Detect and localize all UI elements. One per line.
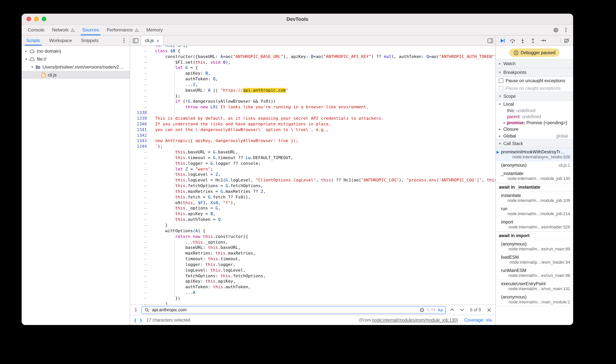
section-scope[interactable]: ▾ Scope [496,92,573,101]
code-text[interactable]: this.timeout = G.timeout ?? Lw.DEFAULT_T… [151,155,294,161]
stack-frame[interactable]: promiseInitHookWithDestroyTr…node:intern… [496,148,573,161]
tree-item-file-scheme[interactable]: ▾file:// [22,55,130,63]
settings-button[interactable] [553,27,559,33]
stack-frame[interactable]: importnode:internal/m…esm/loader:329 [496,218,573,232]
code-text[interactable]: this.apiKey = B, [151,211,215,217]
code-text[interactable]: authToken: Q, [151,77,218,82]
chevron-collapsed-icon[interactable]: ▸ [502,121,507,125]
match-case-icon[interactable]: Aa [438,308,443,312]
line-number[interactable]: 1338 [130,110,151,116]
code-text[interactable]: baseURL: this.baseURL, [151,245,240,251]
code-text[interactable]: throw new L9(`It looks like you're runni… [151,105,369,110]
editor-tab-cli-js[interactable]: cli.js × [141,36,164,45]
line-number[interactable]: – [130,167,151,172]
minimize-button[interactable] [34,17,39,21]
line-number[interactable]: – [130,256,151,262]
line-number[interactable]: – [130,285,151,290]
code-text[interactable]: this.fetchOptions = G.fetchOptions, [151,183,263,189]
line-number[interactable]: – [130,189,151,195]
code-text[interactable]: } [151,223,168,228]
step-into-button[interactable] [518,36,527,45]
line-number[interactable]: – [130,217,151,223]
stack-frame[interactable]: runnode:internal/m…module_job:214 [496,205,573,218]
code-text[interactable]: constructor({baseURL: A=ao("ANTHROPIC_BA… [151,54,495,60]
line-number[interactable]: – [130,155,151,161]
line-number[interactable]: – [130,65,151,71]
code-text[interactable]: If you understand the risks and have app… [151,122,331,127]
tab-performance[interactable]: Performance [103,25,142,35]
line-number[interactable]: – [130,195,151,200]
line-number[interactable]: 1341 [130,127,151,133]
line-number[interactable]: – [130,150,151,155]
code-text[interactable]: ...A [151,290,195,296]
code-text[interactable]: this.logger = G.logger ?? console; [151,161,261,167]
line-number[interactable]: – [130,161,151,167]
close-tab-icon[interactable]: × [156,38,159,43]
code-text[interactable]: maxRetries: this.maxRetries, [151,251,256,256]
line-number[interactable]: – [130,46,151,49]
code-text[interactable]: authToken: this.authToken, [151,285,251,290]
breakpoint-option[interactable]: Pause on caught exceptions [496,84,573,92]
section-call-stack[interactable]: ▾ Call Stack [496,139,573,148]
replace-toggle-icon[interactable]: A B [133,307,139,312]
toggle-debugger-sidebar-button[interactable] [485,36,495,45]
tab-console[interactable]: Console [24,25,48,35]
line-number[interactable]: 1340 [130,122,151,127]
code-text[interactable]: apiKey: this.apiKey, [151,279,236,285]
code-text[interactable]: `); [151,144,163,150]
checkbox-icon[interactable] [499,86,503,91]
stack-frame[interactable]: _instantiatenode:internal/m…module_job:1… [496,170,573,183]
stack-frame[interactable]: (anonymous)node:internal/m…es/run_main:9… [496,240,573,253]
code-text[interactable]: logger: this.logger, [151,262,236,268]
line-number[interactable]: – [130,178,151,183]
tree-item-no-domain[interactable]: ▸(no domain) [22,47,130,55]
line-number[interactable]: – [130,240,151,245]
scope-variable-promise[interactable]: ▸promise: Promise {<pending>} [496,120,573,126]
line-number[interactable]: – [130,54,151,60]
stack-frame[interactable]: (anonymous)node:internal/m…main_module:2 [496,293,573,306]
code-text[interactable]: withOptions(A) { [151,228,205,234]
line-number[interactable]: – [130,49,151,54]
toggle-navigator-button[interactable] [130,36,141,45]
code-text[interactable]: you can set the \`dangerouslyAllowBrowse… [151,127,328,133]
code-text[interactable]: this.maxRetries = G.maxRetries ?? 2, [151,189,266,195]
coverage-link[interactable]: Coverage: n/a [464,318,492,322]
step-button[interactable] [539,36,547,45]
line-number[interactable]: – [130,183,151,189]
section-breakpoints[interactable]: ▾ Breakpoints [496,68,573,77]
code-text[interactable] [151,133,155,138]
navigator-tab-snippets[interactable]: Snippets [76,36,103,45]
zoom-button[interactable] [42,17,46,21]
line-number[interactable]: – [130,296,151,301]
clear-search-button[interactable] [419,307,424,312]
regex-icon[interactable]: (.*) [427,308,435,312]
section-watch[interactable]: ▸ Watch [496,59,573,68]
breakpoint-option[interactable]: Pause on uncaught exceptions [496,77,573,84]
code-text[interactable]: timeout: this.timeout, [151,256,240,262]
chevron-expanded-icon[interactable]: ▾ [24,57,28,61]
code-text[interactable]: if (!G.dangerouslyAllowBrowser && Ys0()) [151,99,276,105]
scope-global[interactable]: ▸ Global global [496,132,573,139]
line-number[interactable]: – [130,223,151,228]
line-number[interactable]: – [130,99,151,105]
line-number[interactable]: 1339 [130,116,151,122]
line-number[interactable]: – [130,234,151,240]
scope-variable-parent[interactable]: parent: undefined [496,114,573,120]
code-text[interactable]: this.baseURL = G.baseURL, [151,150,238,155]
stack-frame[interactable]: loadESMnode:internal/p…/esm_loader:34 [496,253,573,267]
code-text[interactable]: $F1.set(this, void 0); [151,60,230,65]
line-number[interactable]: – [130,200,151,206]
code-text[interactable] [151,110,155,116]
deactivate-breakpoints-button[interactable] [562,36,571,45]
line-number[interactable]: – [130,245,151,251]
code-text[interactable]: baseURL: A || "https://api.anthropic.com… [151,88,288,93]
line-number[interactable]: – [130,262,151,268]
line-number[interactable]: – [130,93,151,99]
code-text[interactable]: this.fetch = G.fetch ?? Fs0(), [151,195,251,200]
line-number[interactable]: – [130,82,151,88]
line-number[interactable]: – [130,88,151,93]
code-text[interactable]: apiKey: B, [151,71,210,77]
more-options-button[interactable] [563,27,569,33]
code-text[interactable]: this.authToken = Q [151,217,220,223]
scope-variable-this[interactable]: this: undefined [496,108,573,114]
